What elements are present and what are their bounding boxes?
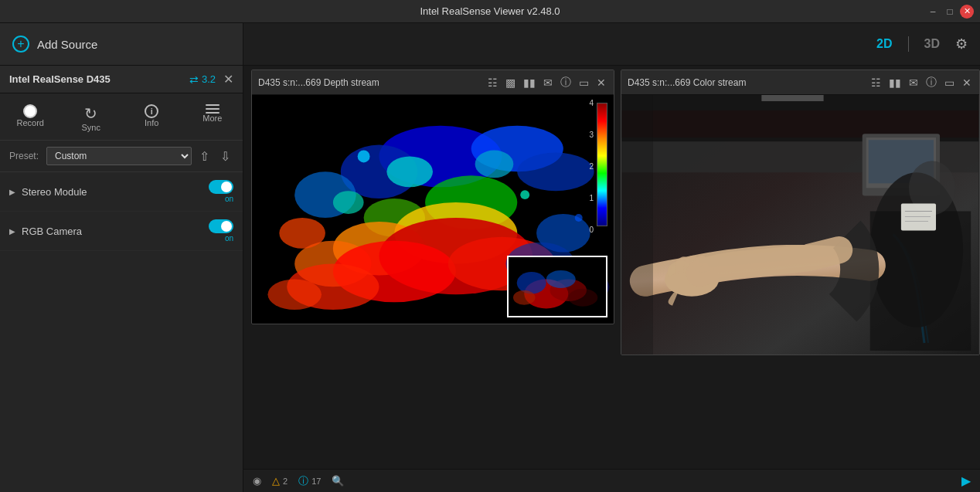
depth-list-icon[interactable]: ☷ — [486, 75, 499, 90]
color-bar-label-3: 3 — [589, 131, 594, 139]
svg-point-8 — [333, 191, 364, 214]
device-close-button[interactable]: ✕ — [223, 72, 233, 87]
depth-camera-icon[interactable]: ✉ — [542, 75, 554, 90]
sync-icon: ↻ — [84, 104, 97, 123]
rgb-module-toggle[interactable]: on — [209, 219, 233, 243]
settings-button[interactable]: ⚙ — [955, 36, 968, 53]
stereo-toggle-label: on — [209, 195, 233, 203]
app-title: Intel RealSense Viewer v2.48.0 — [420, 5, 560, 17]
color-image — [621, 95, 979, 355]
search-icon: 🔍 — [332, 475, 344, 487]
minimize-button[interactable]: – — [926, 5, 940, 19]
svg-point-5 — [517, 152, 594, 191]
warning-count: 2 — [283, 477, 288, 486]
color-list-icon[interactable]: ☷ — [869, 75, 883, 90]
more-button[interactable]: More — [182, 100, 243, 137]
device-version: 3.2 — [202, 73, 216, 85]
depth-info-icon[interactable]: ⓘ — [559, 74, 573, 91]
stereo-module-toggle[interactable]: on — [209, 180, 233, 203]
color-window-icon[interactable]: ▭ — [943, 75, 956, 90]
record-button[interactable]: Record — [0, 100, 61, 137]
main-layout: + Add Source Intel RealSense D435 ⇄ 3.2 … — [0, 23, 980, 492]
preset-row: Preset: Custom ⇧ ⇩ — [0, 141, 243, 172]
more-icon — [206, 104, 219, 114]
svg-point-32 — [513, 290, 536, 305]
preset-download-button[interactable]: ⇩ — [217, 148, 233, 165]
svg-point-23 — [358, 151, 370, 163]
icon-row: Record ↻ Sync i Info More — [0, 93, 243, 141]
color-stream-header: D435 s:n:...669 Color stream ☷ ▮▮ ✉ ⓘ ▭ … — [621, 70, 979, 95]
info-label: Info — [145, 118, 158, 127]
scroll-icon: ▶ — [961, 474, 971, 487]
info-count: 17 — [311, 477, 321, 486]
color-stream-window: D435 s:n:...669 Color stream ☷ ▮▮ ✉ ⓘ ▭ … — [621, 70, 980, 355]
info-button[interactable]: i Info — [121, 100, 182, 137]
svg-point-21 — [267, 279, 322, 310]
device-name: Intel RealSense D435 — [9, 73, 186, 85]
color-bar-label-0: 0 — [589, 226, 594, 234]
preset-upload-button[interactable]: ⇧ — [196, 148, 213, 165]
color-bar-label-4: 4 — [589, 99, 594, 107]
depth-stream-header: D435 s:n:...669 Depth stream ☷ ▩ ▮▮ ✉ ⓘ … — [252, 70, 614, 95]
svg-rect-41 — [870, 211, 971, 351]
svg-point-31 — [568, 289, 597, 307]
sync-button[interactable]: ↻ Sync — [61, 100, 122, 137]
sync-label: Sync — [82, 123, 100, 132]
svg-rect-49 — [622, 95, 653, 355]
top-toolbar: 2D 3D ⚙ — [243, 23, 980, 66]
record-icon — [23, 104, 37, 118]
svg-point-18 — [279, 218, 325, 249]
warning-status[interactable]: △ 2 — [272, 475, 288, 487]
color-bar-labels: 4 3 2 1 0 — [589, 99, 594, 234]
depth-close-icon[interactable]: ✕ — [595, 75, 607, 90]
record-label: Record — [17, 118, 44, 127]
stereo-module-name: Stereo Module — [22, 186, 209, 198]
color-close-icon[interactable]: ✕ — [961, 75, 973, 90]
scroll-indicator[interactable]: ▶ — [961, 473, 971, 488]
svg-point-7 — [475, 151, 514, 178]
color-bar-label-2: 2 — [589, 162, 594, 171]
add-icon: + — [12, 36, 29, 53]
color-info-icon[interactable]: ⓘ — [924, 74, 938, 91]
view-2d-button[interactable]: 2D — [870, 34, 898, 54]
color-canvas — [621, 95, 979, 355]
preset-label: Preset: — [9, 151, 39, 161]
search-status[interactable]: 🔍 — [332, 475, 344, 487]
svg-point-30 — [546, 270, 576, 288]
device-panel: Intel RealSense D435 ⇄ 3.2 ✕ Record ↻ Sy… — [0, 66, 243, 492]
depth-thumbnail — [507, 256, 607, 317]
status-bar: ◉ △ 2 ⓘ 17 🔍 ▶ — [243, 469, 980, 492]
depth-stream-title: D435 s:n:...669 Depth stream — [258, 77, 481, 88]
rgb-module-name: RGB Camera — [22, 226, 209, 237]
stereo-module-row[interactable]: ▶ Stereo Module on — [0, 172, 243, 212]
depth-stream-window: D435 s:n:...669 Depth stream ☷ ▩ ▮▮ ✉ ⓘ … — [251, 70, 614, 324]
info-status[interactable]: ⓘ 17 — [298, 474, 321, 488]
svg-rect-36 — [622, 110, 978, 137]
depth-chart-icon[interactable]: ▩ — [504, 75, 517, 90]
stop-icon: ◉ — [253, 475, 261, 487]
svg-point-24 — [520, 190, 529, 199]
rgb-camera-row[interactable]: ▶ RGB Camera on — [0, 212, 243, 251]
add-source-button[interactable]: + Add Source — [0, 23, 243, 66]
color-camera-icon[interactable]: ✉ — [907, 75, 920, 90]
depth-window-icon[interactable]: ▭ — [577, 75, 590, 90]
preset-select[interactable]: Custom — [46, 147, 192, 165]
color-stream-title: D435 s:n:...669 Color stream — [628, 77, 865, 88]
view-3d-button[interactable]: 3D — [918, 34, 946, 54]
depth-pause-icon[interactable]: ▮▮ — [522, 75, 537, 90]
color-pause-icon[interactable]: ▮▮ — [887, 75, 903, 90]
maximize-button[interactable]: □ — [943, 5, 957, 19]
rgb-module-arrow: ▶ — [9, 227, 15, 236]
svg-point-6 — [386, 156, 433, 187]
sidebar: + Add Source Intel RealSense D435 ⇄ 3.2 … — [0, 23, 243, 492]
color-bar-label-1: 1 — [589, 194, 594, 202]
depth-canvas: 4 3 2 1 0 — [252, 95, 614, 324]
warning-icon: △ — [272, 475, 280, 487]
close-button[interactable]: ✕ — [960, 5, 974, 19]
usb-icon: ⇄ — [189, 73, 199, 86]
svg-rect-48 — [761, 95, 823, 101]
device-header: Intel RealSense D435 ⇄ 3.2 ✕ — [0, 66, 243, 93]
svg-point-25 — [575, 214, 583, 222]
stop-status[interactable]: ◉ — [253, 475, 261, 487]
title-bar: Intel RealSense Viewer v2.48.0 – □ ✕ — [0, 0, 980, 23]
